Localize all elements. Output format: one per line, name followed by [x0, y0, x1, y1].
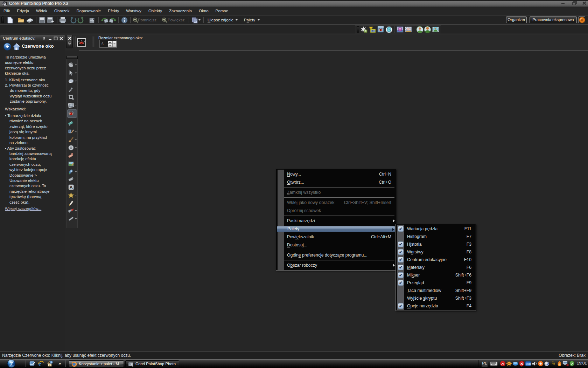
svg-text:CCB: CCB [525, 363, 531, 365]
svg-text:A: A [70, 185, 73, 190]
svg-text:7: 7 [10, 361, 13, 367]
